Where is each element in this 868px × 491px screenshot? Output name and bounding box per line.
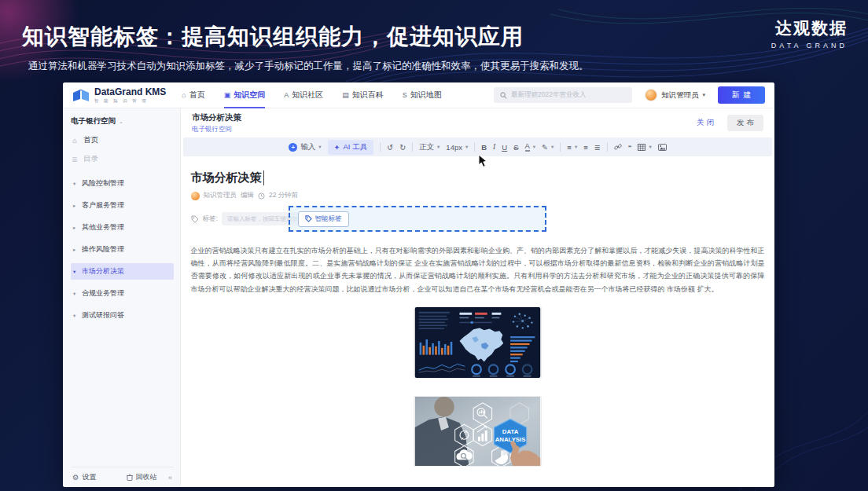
highlight-icon: ✎ <box>542 143 548 152</box>
recycle-label: 回收站 <box>136 472 157 482</box>
toolbar-divider <box>474 142 475 152</box>
clock-icon <box>258 192 265 200</box>
tag-input-placeholder: 请输入标签，按回车键添加 <box>227 215 298 223</box>
top-nav: ⌂ 首页 ▣ 知识空间 A 知识社区 ▤ 知识百科 S 知识地图 <box>182 82 442 108</box>
space-name: 电子银行空间 <box>71 116 116 126</box>
quote-icon[interactable]: “ <box>628 143 632 152</box>
edit-label: 编辑 <box>241 191 254 200</box>
home-icon: ⌂ <box>71 137 79 145</box>
redo-icon[interactable]: ↻ <box>399 143 406 152</box>
community-icon: A <box>284 91 289 99</box>
home-icon: ⌂ <box>182 91 186 99</box>
tree-item-research-qa[interactable]: ▾ 测试研报问答 <box>71 307 174 324</box>
sidebar-item-home[interactable]: ⌂ 首页 <box>71 135 174 145</box>
breadcrumb[interactable]: 电子银行空间 <box>192 125 241 134</box>
chevron-down-icon: ▾ <box>551 144 554 150</box>
strikethrough-icon[interactable]: S <box>513 143 518 152</box>
nav-knowledge-wiki[interactable]: ▤ 知识百科 <box>342 82 384 108</box>
sidebar-item-toc[interactable]: ≣ 目录 <box>71 154 174 164</box>
chevron-down-icon: ▾ <box>465 144 468 150</box>
unordered-list-icon[interactable]: ≣ <box>594 143 601 152</box>
image-icon[interactable] <box>658 144 667 151</box>
recycle-bin-button[interactable]: 回收站 <box>127 472 157 482</box>
doc-header-left: 市场分析决策 电子银行空间 <box>192 112 241 134</box>
nav-knowledge-map[interactable]: S 知识地图 <box>403 82 442 108</box>
tree-item-customer-service[interactable]: ▸ 客户服务管理 <box>71 197 174 214</box>
brand-name-cn: 达观数据 <box>771 17 848 39</box>
space-switcher[interactable]: 电子银行空间 ⌄ <box>71 116 174 126</box>
tree-item-operation-risk[interactable]: ▸ 操作风险管理 <box>71 241 174 258</box>
insert-dropdown[interactable]: + 输入 ▾ <box>289 142 321 152</box>
nav-knowledge-community[interactable]: A 知识社区 <box>284 82 323 108</box>
chevron-down-icon: ▾ <box>318 144 321 150</box>
table-dropdown[interactable]: ▾ <box>638 144 651 151</box>
ai-tools-label: AI 工具 <box>344 142 368 152</box>
tree-item-label: 市场分析决策 <box>82 266 124 277</box>
highlight-color-dropdown[interactable]: ✎ ▾ <box>542 143 554 152</box>
settings-button[interactable]: ⚙ 设置 <box>72 472 97 482</box>
tree-arrow-icon: ▾ <box>73 181 82 187</box>
smart-tag-button[interactable]: 智能标签 <box>298 211 349 227</box>
trash-icon <box>127 474 133 481</box>
tree-item-market-analysis-selected[interactable]: ▾ 市场分析决策 <box>71 263 174 280</box>
chevron-down-icon: ▾ <box>575 144 577 150</box>
avatar <box>645 89 657 101</box>
undo-icon[interactable]: ↺ <box>387 143 393 152</box>
tree-item-compliance[interactable]: ▾ 合规业务管理 <box>71 285 174 302</box>
link-icon[interactable] <box>614 143 622 151</box>
ordered-list-icon[interactable]: ≡ <box>583 143 588 152</box>
font-size-dropdown[interactable]: 14px ▾ <box>446 143 468 152</box>
italic-icon[interactable]: I <box>493 143 495 151</box>
tag-icon <box>305 215 312 222</box>
settings-label: 设置 <box>83 472 97 482</box>
document-canvas[interactable]: 市场分析决策 知识管理员 编辑 22 分钟前 <box>181 156 774 487</box>
nav-home[interactable]: ⌂ 首页 <box>182 82 204 108</box>
product-tagline: 智 能 知 识 管 理 <box>94 98 166 104</box>
document-body-text[interactable]: 企业的营销战略决策只有建立在扎实的市场分析的基础上，只有在对影响需求的外部因素和… <box>191 244 765 295</box>
tree-item-risk-control[interactable]: ▾ 风险控制管理 <box>71 175 174 192</box>
wiki-icon: ▤ <box>342 91 349 99</box>
brand-name-en: DATA GRAND <box>771 42 848 49</box>
search-input[interactable]: 最新理赔2022年营业收入 <box>494 87 632 103</box>
collapse-sidebar-icon[interactable]: « <box>168 474 172 482</box>
space-icon: ▣ <box>224 91 231 99</box>
ai-tools-button[interactable]: ✦ AI 工具 <box>328 140 374 155</box>
app-header: DataGrand KMS 智 能 知 识 管 理 ⌂ 首页 ▣ 知识空间 A … <box>63 82 774 108</box>
doc-header-title: 市场分析决策 <box>192 112 241 123</box>
paragraph-style-label: 正文 <box>419 142 434 152</box>
nav-space-label: 知识空间 <box>234 90 265 101</box>
underline-icon[interactable]: U <box>502 143 507 152</box>
app-logo-text: DataGrand KMS 智 能 知 识 管 理 <box>94 86 166 104</box>
app-logo[interactable]: DataGrand KMS 智 能 知 识 管 理 <box>72 86 166 104</box>
sidebar-tree: ▾ 风险控制管理 ▸ 客户服务管理 ▸ 其他业务管理 ▸ 操作风险管理 <box>71 175 174 329</box>
dashboard-image[interactable] <box>414 306 542 379</box>
nav-knowledge-space[interactable]: ▣ 知识空间 <box>224 82 266 108</box>
toolbar-divider <box>607 142 608 152</box>
data-analysis-image[interactable]: DATA ANALYSIS <box>414 396 542 467</box>
toolbar-divider <box>560 142 561 152</box>
align-dropdown[interactable]: ≡ ▾ <box>567 143 577 152</box>
insert-label: 输入 <box>300 142 315 152</box>
kms-app-window: DataGrand KMS 智 能 知 识 管 理 ⌂ 首页 ▣ 知识空间 A … <box>63 82 774 487</box>
toolbar-divider <box>412 142 413 152</box>
tree-item-other-business[interactable]: ▸ 其他业务管理 <box>71 219 174 236</box>
font-color-icon: A <box>525 142 530 152</box>
font-color-dropdown[interactable]: A ▾ <box>525 142 536 152</box>
toolbar-divider <box>380 142 381 152</box>
page-subtitle: 通过算法和机器学习技术自动为知识添加标签，减少了手动标记的工作量，提高了标记的准… <box>28 60 589 73</box>
paragraph-style-dropdown[interactable]: 正文 ▾ <box>419 142 440 152</box>
close-button[interactable]: 关闭 <box>697 118 716 128</box>
user-menu[interactable]: 知识管理员 ▾ <box>645 89 705 101</box>
product-name: DataGrand KMS <box>94 86 166 97</box>
sparkle-icon: ✦ <box>334 143 340 152</box>
new-document-button[interactable]: 新建 <box>718 86 765 104</box>
search-placeholder: 最新理赔2022年营业收入 <box>511 90 586 100</box>
chevron-down-icon: ▾ <box>702 92 705 98</box>
font-size-label: 14px <box>446 143 462 152</box>
publish-button[interactable]: 发布 <box>727 115 763 131</box>
tree-item-label: 其他业务管理 <box>82 222 124 233</box>
tree-arrow-icon: ▾ <box>73 291 82 297</box>
bold-icon[interactable]: B <box>481 143 487 152</box>
user-name: 知识管理员 <box>661 90 699 101</box>
document-title[interactable]: 市场分析决策 <box>191 170 264 185</box>
